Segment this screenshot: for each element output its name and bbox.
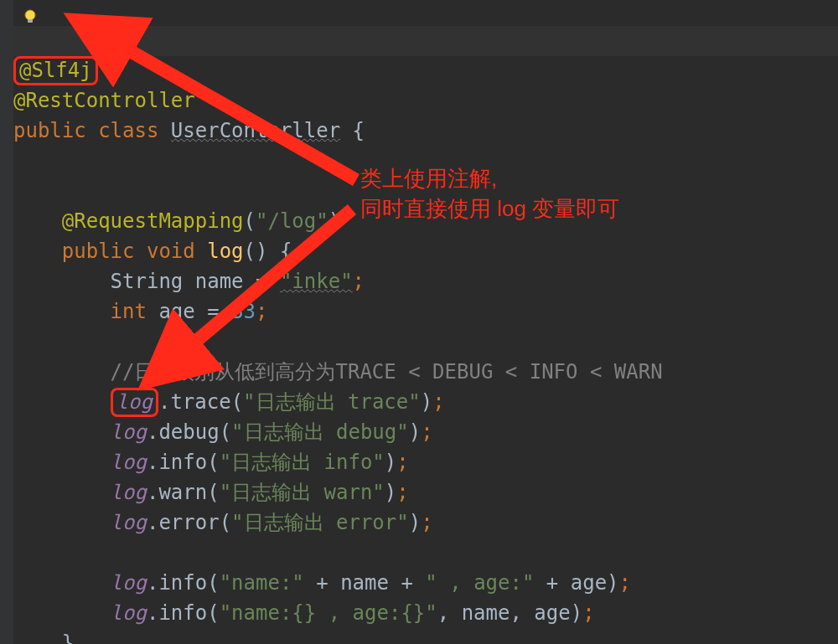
keyword-void: void — [147, 240, 195, 263]
var-age: age — [158, 300, 194, 323]
highlight-box-slf4j: @Slf4j — [13, 56, 98, 85]
annotation-requestmapping: @RequestMapping — [62, 209, 244, 233]
annotation-slf4j: @Slf4j — [19, 59, 92, 82]
brace-open: { — [340, 119, 365, 142]
keyword-public2: public — [62, 240, 135, 263]
class-name: UserContorller — [171, 119, 340, 142]
annotation-restcontroller: @RestController — [13, 89, 195, 112]
log-var-4: log — [111, 481, 147, 504]
log-var-2: log — [111, 420, 147, 444]
annotation-line2: 同时直接使用 log 变量即可 — [360, 193, 619, 224]
number-33: 33 — [231, 300, 256, 323]
str-debug: "日志输出 debug" — [231, 420, 409, 444]
log-var-6: log — [111, 571, 147, 595]
keyword-class: class — [98, 119, 158, 142]
keyword-public: public — [13, 119, 86, 142]
code-editor[interactable]: @Slf4j @RestController public class User… — [13, 25, 663, 644]
comment-levels: //日志级别从低到高分为TRACE < DEBUG < INFO < WARN — [111, 360, 663, 384]
str-namelabel: "name:" — [220, 571, 304, 595]
str-trace: "日志输出 trace" — [243, 390, 421, 414]
annotation-callout: 类上使用注解, 同时直接使用 log 变量即可 — [360, 163, 619, 224]
log-var-7: log — [111, 601, 147, 625]
str-fmt: "name:{} , age:{}" — [220, 601, 437, 625]
string-inke: "inke" — [280, 270, 353, 293]
type-int: int — [111, 300, 147, 323]
svg-rect-1 — [28, 19, 33, 23]
annotation-line1: 类上使用注解, — [360, 163, 619, 193]
str-error: "日志输出 error" — [231, 511, 409, 534]
log-var-5: log — [111, 511, 147, 534]
str-warn: "日志输出 warn" — [220, 481, 385, 504]
svg-point-0 — [25, 10, 35, 20]
log-var-1: log — [116, 390, 153, 414]
lightbulb-icon[interactable] — [22, 3, 39, 20]
str-info: "日志输出 info" — [220, 451, 385, 474]
type-string: String — [111, 270, 184, 293]
brace-close-method: } — [62, 631, 74, 644]
str-agelabel: " , age:" — [425, 571, 534, 595]
editor-gutter — [0, 0, 13, 644]
highlight-box-log: log — [111, 388, 158, 417]
mapping-path: "/log" — [256, 209, 328, 233]
log-var-3: log — [111, 451, 147, 474]
var-name: name — [195, 270, 244, 293]
method-name: log — [207, 240, 243, 263]
